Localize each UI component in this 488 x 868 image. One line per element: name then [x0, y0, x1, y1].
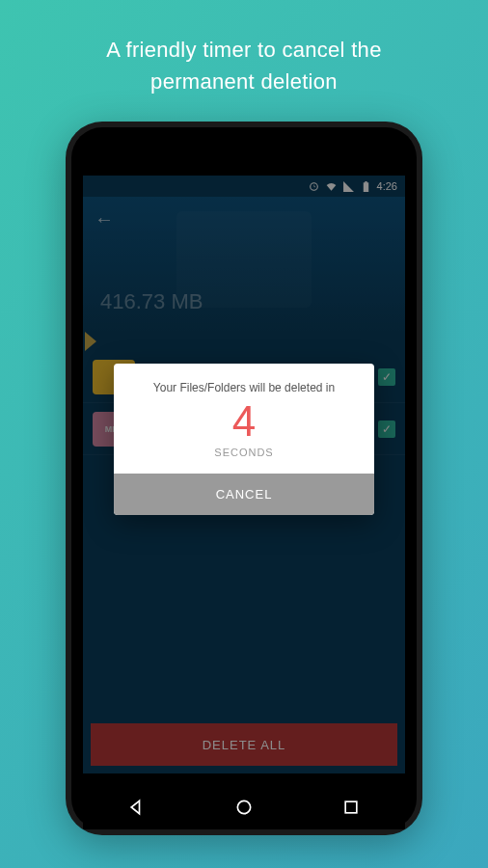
dialog-message: Your Files/Folders will be deleted in [127, 381, 361, 394]
countdown-unit: SECONDS [127, 447, 361, 458]
phone-frame: 4:26 ← 416.73 MB ✓ MP4 ✓ DELETE ALL [66, 122, 422, 835]
svg-rect-1 [345, 801, 357, 813]
nav-home-icon[interactable] [234, 798, 254, 817]
nav-back-icon[interactable] [127, 798, 147, 817]
promo-headline: A friendly timer to cancel the permanent… [106, 34, 381, 97]
device-screen: 4:26 ← 416.73 MB ✓ MP4 ✓ DELETE ALL [83, 176, 405, 773]
modal-overlay: Your Files/Folders will be deleted in 4 … [83, 176, 405, 773]
cancel-button[interactable]: CANCEL [114, 474, 374, 515]
countdown-dialog: Your Files/Folders will be deleted in 4 … [114, 364, 374, 515]
svg-point-0 [237, 800, 250, 813]
nav-recent-icon[interactable] [341, 798, 361, 817]
android-nav-bar [83, 785, 405, 829]
countdown-number: 4 [127, 400, 361, 443]
